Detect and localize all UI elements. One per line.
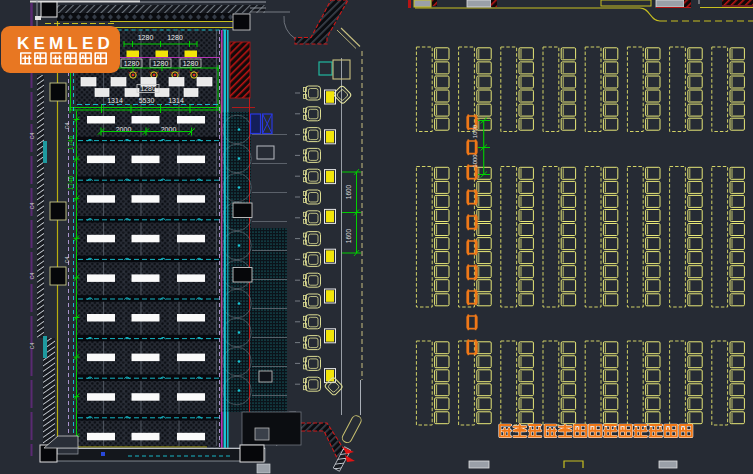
svg-text:1280: 1280: [167, 34, 183, 41]
svg-text:1746: 1746: [67, 135, 74, 150]
svg-text:1600: 1600: [345, 184, 352, 199]
svg-text:1314: 1314: [107, 97, 123, 104]
svg-text:1280: 1280: [124, 60, 140, 67]
svg-text:1000: 1000: [472, 154, 478, 168]
svg-text:1280: 1280: [138, 34, 154, 41]
svg-text:5530: 5530: [139, 97, 155, 104]
svg-text:1600: 1600: [345, 228, 352, 243]
svg-text:KEMLED: KEMLED: [17, 34, 114, 53]
svg-text:1280: 1280: [140, 85, 156, 92]
svg-text:1746: 1746: [67, 175, 74, 190]
svg-text:C4: C4: [29, 133, 35, 140]
svg-text:1280: 1280: [153, 60, 169, 67]
svg-text:C4: C4: [29, 343, 35, 350]
svg-text:1314: 1314: [168, 97, 184, 104]
svg-text:C4: C4: [29, 273, 35, 280]
svg-text:C4: C4: [64, 257, 70, 264]
svg-text:1000: 1000: [472, 124, 478, 138]
svg-text:C4: C4: [29, 203, 35, 210]
svg-text:C4: C4: [64, 123, 70, 130]
